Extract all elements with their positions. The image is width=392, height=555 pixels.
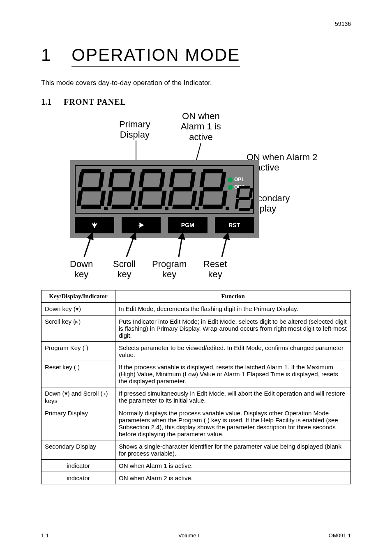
table-row: Primary Display Normally displays the pr… [42,407,351,440]
label-alarm1: ON whenAlarm 1 isactive [181,111,221,142]
svg-line-3 [222,232,228,257]
cell-func: Selects parameter to be viewed/edited. I… [115,342,351,361]
primary-digit-2 [109,169,134,210]
page-footer: 1-1 Volume I OM091-1 [41,532,351,539]
table-row: Scroll key (▹) Puts Indicator into Edit … [42,315,351,342]
label-primary-display: PrimaryDisplay [119,119,150,140]
cell-key: Reset key ( ) [42,361,115,387]
intro-text: This mode covers day-to-day operation of… [41,79,351,87]
label-reset-key: Resetkey [203,259,227,280]
table-row: Down (▾) and Scroll (▹) keys If pressed … [42,387,351,407]
cell-func: If pressed simultaneously in Edit Mode, … [115,387,351,407]
cell-key: Down (▾) and Scroll (▹) keys [42,387,115,407]
label-scroll-key: Scrollkey [113,259,136,280]
svg-line-0 [84,232,92,257]
chapter-heading: 1 OPERATION MODE [41,45,351,67]
primary-digit-4 [170,169,195,210]
cell-key: indicator [42,460,115,472]
table-row: Secondary Display Shows a single-charact… [42,440,351,460]
cell-func: Puts Indicator into Edit Mode; in Edit M… [115,315,351,342]
cell-key: indicator [42,472,115,484]
cell-func: Normally displays the process variable v… [115,407,351,440]
col-header-key: Key/Display/Indicator [42,290,115,303]
svg-line-2 [179,232,183,257]
cell-key: Primary Display [42,407,115,440]
key-leader-arrows [70,226,259,259]
cell-func: ON when Alarm 2 is active. [115,472,351,484]
table-row: indicator ON when Alarm 1 is active. [42,460,351,472]
op2-led [228,185,233,190]
svg-line-1 [127,232,136,257]
section-number: 1.1 [41,97,51,107]
cell-func: In Edit Mode, decrements the flashing di… [115,303,351,315]
primary-digit-3 [140,169,164,210]
secondary-digit [237,186,252,212]
table-row: Reset key ( ) If the process variable is… [42,361,351,387]
cell-func: ON when Alarm 1 is active. [115,460,351,472]
footer-left: 1-1 [41,532,49,539]
cell-key: Scroll key (▹) [42,315,115,342]
table-row: Program Key ( ) Selects parameter to be … [42,342,351,361]
chapter-title: OPERATION MODE [71,45,240,67]
label-down-key: Downkey [70,259,93,280]
keys-table: Key/Display/Indicator Function Down key … [41,290,351,484]
section-heading: 1.1 FRONT PANEL [41,97,351,107]
primary-digit-1 [79,169,104,210]
display-frame: OP1 OP2 [75,165,254,214]
cell-key: Program Key ( ) [42,342,115,361]
footer-center: Volume I [178,532,199,539]
op1-label: OP1 [234,177,244,182]
cell-func: If the process variable is displayed, re… [115,361,351,387]
primary-digit-5 [201,169,225,210]
table-row: indicator ON when Alarm 2 is active. [42,472,351,484]
chapter-number: 1 [41,45,51,65]
cell-func: Shows a single-character identifier for … [115,440,351,460]
table-header-row: Key/Display/Indicator Function [42,290,351,303]
op1-led [228,177,233,182]
footer-right: OM091-1 [329,532,351,539]
doc-number: 59136 [335,21,351,27]
col-header-func: Function [115,290,351,303]
section-title: FRONT PANEL [64,97,126,107]
cell-key: Secondary Display [42,440,115,460]
table-row: Down key (▾) In Edit Mode, decrements th… [42,303,351,315]
front-panel-figure: PrimaryDisplay ON whenAlarm 1 isactive O… [41,111,351,288]
label-program-key: Programkey [152,259,187,280]
cell-key: Down key (▾) [42,303,115,315]
